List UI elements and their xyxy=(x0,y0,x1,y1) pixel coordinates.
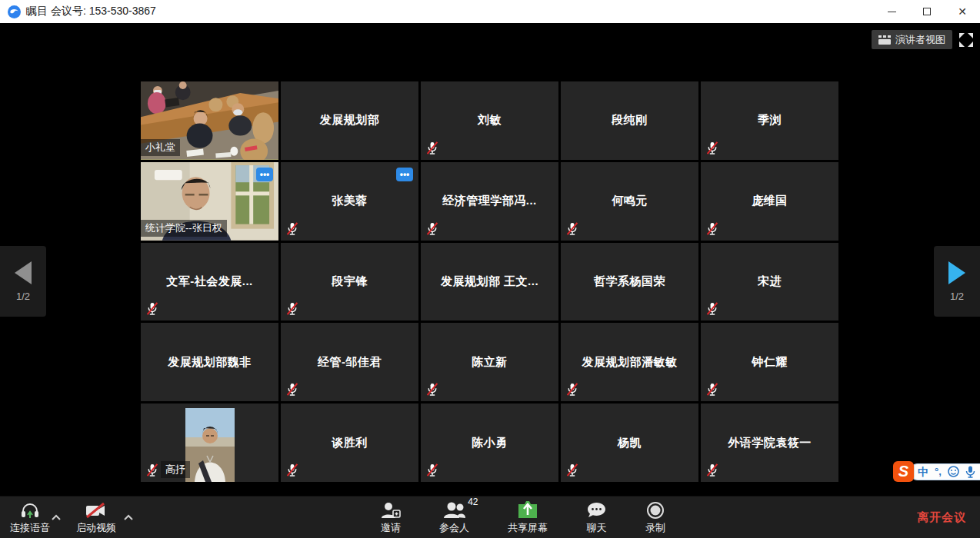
participant-tile[interactable]: 发展规划部魏非 xyxy=(141,323,278,401)
ime-emoji-icon[interactable] xyxy=(948,466,959,477)
participant-tile[interactable]: 杨凯 xyxy=(561,404,698,482)
participant-tile[interactable]: 季浏 xyxy=(701,81,838,160)
start-video-button[interactable]: 启动视频 xyxy=(72,501,120,535)
participant-tile[interactable]: 陈小勇 xyxy=(421,404,558,482)
ime-mode-toggle[interactable]: 中 xyxy=(918,467,928,477)
participant-name: 外语学院袁筱一 xyxy=(701,404,838,482)
mic-muted-icon xyxy=(286,301,298,316)
participant-tile[interactable]: 高抒 xyxy=(141,404,278,482)
previous-page-panel: 1/2 xyxy=(0,246,46,317)
close-button[interactable]: ✕ xyxy=(945,0,980,23)
participant-tile[interactable]: 统计学院--张日权 ••• xyxy=(141,162,278,241)
app-logo-icon xyxy=(8,5,21,18)
participant-name: 何鸣元 xyxy=(561,162,698,241)
meeting-window: 瞩目 会议号: 153-530-3867 ✕ 演讲者视图 xyxy=(0,0,980,538)
headphones-icon xyxy=(20,501,40,520)
next-page-arrow[interactable] xyxy=(948,261,965,284)
mic-muted-icon xyxy=(426,141,438,155)
share-screen-label: 共享屏幕 xyxy=(508,521,548,535)
participant-name: 谈胜利 xyxy=(281,404,418,482)
participant-name: 哲学系杨国荣 xyxy=(561,243,698,321)
participant-tile[interactable]: 文军-社会发展... xyxy=(141,243,278,321)
participant-tile[interactable]: 宋进 xyxy=(701,243,838,321)
participant-tile[interactable]: 刘敏 xyxy=(421,81,558,160)
mic-muted-icon xyxy=(566,463,578,477)
participant-name: 发展规划部魏非 xyxy=(141,323,278,401)
participant-name: 杨凯 xyxy=(561,404,698,482)
participant-name: 发展规划部 xyxy=(281,81,418,160)
chat-label: 聊天 xyxy=(587,521,607,535)
minimize-button[interactable] xyxy=(874,0,909,23)
next-page-panel: 1/2 xyxy=(934,246,980,317)
ime-punctuation-toggle[interactable]: °, xyxy=(935,467,942,477)
participant-tile[interactable]: 谈胜利 xyxy=(281,404,418,482)
record-label: 录制 xyxy=(645,521,665,535)
participant-tile[interactable]: 发展规划部 王文... xyxy=(421,243,558,321)
participants-grid: 小礼堂 xyxy=(141,81,838,482)
maximize-button[interactable] xyxy=(909,0,945,23)
start-video-label: 启动视频 xyxy=(76,521,116,535)
mic-muted-icon xyxy=(286,463,298,477)
share-screen-icon xyxy=(517,501,538,520)
participant-name: 文军-社会发展... xyxy=(141,243,278,321)
participant-name: 陈小勇 xyxy=(421,404,558,482)
participant-name: 陈立新 xyxy=(421,323,558,401)
more-options-icon[interactable]: ••• xyxy=(256,168,273,181)
bottom-toolbar: 连接语音 启动视频 xyxy=(0,496,980,538)
mic-muted-icon xyxy=(146,301,158,316)
participant-name: 经管-邹佳君 xyxy=(281,323,418,401)
connect-audio-button[interactable]: 连接语音 xyxy=(6,501,54,535)
ime-voice-icon[interactable] xyxy=(965,466,975,478)
speaker-view-button[interactable]: 演讲者视图 xyxy=(872,30,952,49)
participant-tile[interactable]: 段宇锋 xyxy=(281,243,418,321)
participants-button[interactable]: 42 参会人 xyxy=(439,501,469,535)
participant-tile[interactable]: 发展规划部潘敏敏 xyxy=(561,323,698,401)
mic-muted-icon xyxy=(286,221,298,236)
chat-button[interactable]: 聊天 xyxy=(586,501,607,535)
mic-muted-icon xyxy=(146,463,158,477)
share-screen-button[interactable]: 共享屏幕 xyxy=(508,501,548,535)
participant-name: 刘敏 xyxy=(421,81,558,160)
previous-page-arrow[interactable] xyxy=(15,261,32,284)
connect-audio-label: 连接语音 xyxy=(10,521,50,535)
invite-button[interactable]: 邀请 xyxy=(381,501,401,535)
participant-name: 段宇锋 xyxy=(281,243,418,321)
participants-count: 42 xyxy=(468,496,478,507)
participant-name: 宋进 xyxy=(701,243,838,321)
participant-tile[interactable]: 庞维国 xyxy=(701,162,838,241)
participant-tile[interactable]: 钟仁耀 xyxy=(701,323,838,401)
participant-tile[interactable]: 经管-邹佳君 xyxy=(281,323,418,401)
speaker-view-icon xyxy=(878,35,891,45)
participant-name: 发展规划部潘敏敏 xyxy=(561,323,698,401)
audio-options-chevron-icon[interactable] xyxy=(51,514,62,521)
more-options-icon[interactable]: ••• xyxy=(396,168,413,181)
participant-name: 段纯刚 xyxy=(561,81,698,160)
video-options-chevron-icon[interactable] xyxy=(123,514,134,521)
window-title: 瞩目 会议号: 153-530-3867 xyxy=(26,5,156,18)
chat-bubble-icon xyxy=(586,501,607,520)
fullscreen-icon[interactable] xyxy=(959,33,973,47)
participant-tile[interactable]: 何鸣元 xyxy=(561,162,698,241)
participant-tile[interactable]: 外语学院袁筱一 xyxy=(701,404,838,482)
mic-muted-icon xyxy=(566,221,578,236)
participant-tile[interactable]: 经济管理学部冯... xyxy=(421,162,558,241)
title-bar: 瞩目 会议号: 153-530-3867 ✕ xyxy=(0,0,980,23)
ime-strip: 中 °, xyxy=(909,463,980,480)
record-button[interactable]: 录制 xyxy=(645,501,665,535)
participant-tile[interactable]: 发展规划部 xyxy=(281,81,418,160)
participant-name-label: 小礼堂 xyxy=(141,139,180,156)
leave-meeting-button[interactable]: 离开会议 xyxy=(917,510,966,525)
mic-muted-icon xyxy=(426,382,438,397)
ime-toolbar: S 中 °, xyxy=(893,461,980,482)
mic-muted-icon xyxy=(706,463,718,477)
ime-logo-icon[interactable]: S xyxy=(893,461,914,482)
participant-tile[interactable]: 哲学系杨国荣 xyxy=(561,243,698,321)
participant-tile[interactable]: 张美蓉 ••• xyxy=(281,162,418,241)
meeting-stage: 演讲者视图 1/2 1/2 xyxy=(0,23,980,496)
participant-tile[interactable]: 陈立新 xyxy=(421,323,558,401)
page-indicator: 1/2 xyxy=(16,291,30,302)
page-indicator: 1/2 xyxy=(950,291,964,302)
participant-tile[interactable]: 小礼堂 xyxy=(141,81,278,160)
participant-tile[interactable]: 段纯刚 xyxy=(561,81,698,160)
mic-muted-icon xyxy=(566,382,578,397)
